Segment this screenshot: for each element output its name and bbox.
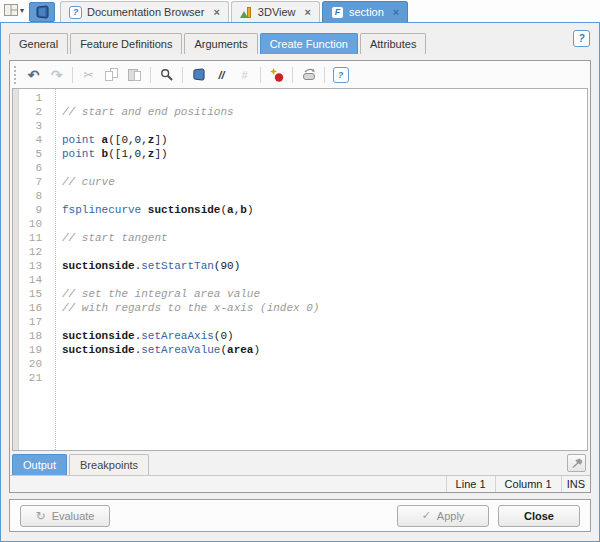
tab-attributes[interactable]: Attributes xyxy=(360,33,426,54)
line-code: // start and end positions xyxy=(49,105,234,119)
cut-button[interactable]: ✂ xyxy=(77,64,100,85)
copy-button[interactable] xyxy=(100,64,123,85)
toolbar-help-button[interactable]: ? xyxy=(329,64,352,85)
close-icon[interactable]: × xyxy=(305,7,311,18)
tab-create-function[interactable]: Create Function xyxy=(260,33,358,54)
code-line[interactable]: 10 xyxy=(13,217,587,231)
uncomment-button[interactable]: # xyxy=(233,64,256,85)
apply-button[interactable]: ✓ Apply xyxy=(397,505,489,527)
status-column: Column 1 xyxy=(495,476,561,492)
tab-general[interactable]: General xyxy=(9,33,68,54)
apply-label: Apply xyxy=(437,510,465,522)
line-code xyxy=(49,245,62,259)
code-segment: suctionside xyxy=(62,260,135,272)
toolbar-separator xyxy=(292,67,293,83)
code-line[interactable]: 11// start tangent xyxy=(13,231,587,245)
editor-toolbar: ↶ ↷ ✂ // # xyxy=(10,61,590,88)
paste-button[interactable] xyxy=(123,64,146,85)
window-tab-3dview[interactable]: 3DView× xyxy=(231,1,320,22)
line-number: 1 xyxy=(13,91,49,105)
pin-button[interactable] xyxy=(567,454,586,472)
redo-button[interactable]: ↷ xyxy=(45,64,68,85)
code-line[interactable]: 2// start and end positions xyxy=(13,105,587,119)
code-segment: setStartTan xyxy=(141,260,214,272)
dialog-tabs: GeneralFeature DefinitionsArgumentsCreat… xyxy=(9,33,428,54)
output-tabs: OutputBreakpoints xyxy=(12,454,151,475)
code-editor[interactable]: 12// start and end positions34point a([0… xyxy=(12,88,588,451)
code-lines: 12// start and end positions34point a([0… xyxy=(13,91,587,385)
help-icon: ? xyxy=(333,67,349,83)
dialog-tab-bar: GeneralFeature DefinitionsArgumentsCreat… xyxy=(1,23,599,54)
code-line[interactable]: 5point b([1,0,z]) xyxy=(13,147,587,161)
help-badge-icon: ? xyxy=(69,6,82,19)
line-number: 16 xyxy=(13,301,49,315)
line-number: 17 xyxy=(13,315,49,329)
code-line[interactable]: 3 xyxy=(13,119,587,133)
close-icon[interactable]: × xyxy=(393,7,399,18)
close-icon[interactable]: × xyxy=(213,7,219,18)
prism-view-button[interactable] xyxy=(187,64,210,85)
window-tab-documentation-browser[interactable]: ?Documentation Browser× xyxy=(60,1,229,22)
window-tab-section[interactable]: Fsection× xyxy=(322,1,408,22)
line-number: 21 xyxy=(13,371,49,385)
code-line[interactable]: 13suctionside.setStartTan(90) xyxy=(13,259,587,273)
add-breakpoint-button[interactable] xyxy=(265,64,288,85)
line-code: // with regards to the x-axis (index 0) xyxy=(49,301,319,315)
tab-feature-definitions[interactable]: Feature Definitions xyxy=(70,33,182,54)
code-segment: ([1,0, xyxy=(108,148,148,160)
line-code: point b([1,0,z]) xyxy=(49,147,168,161)
undo-icon: ↶ xyxy=(28,67,40,83)
code-segment: suctionside xyxy=(62,330,135,342)
code-segment: ]) xyxy=(154,148,167,160)
layout-menu-button[interactable]: ▾ xyxy=(4,0,27,22)
tab-output[interactable]: Output xyxy=(12,454,67,475)
tab-breakpoints[interactable]: Breakpoints xyxy=(69,454,149,475)
code-segment: suctionside xyxy=(62,344,135,356)
code-line[interactable]: 15// set the integral area value xyxy=(13,287,587,301)
code-line[interactable]: 12 xyxy=(13,245,587,259)
code-line[interactable]: 20 xyxy=(13,357,587,371)
code-segment: b xyxy=(240,204,247,216)
line-code xyxy=(49,189,62,203)
line-code xyxy=(49,91,62,105)
code-line[interactable]: 17 xyxy=(13,315,587,329)
line-code: // curve xyxy=(49,175,115,189)
help-button[interactable]: ? xyxy=(573,30,590,47)
code-line[interactable]: 8 xyxy=(13,189,587,203)
delete-breakpoints-button[interactable] xyxy=(297,64,320,85)
code-line[interactable]: 14 xyxy=(13,273,587,287)
comment-button[interactable]: // xyxy=(210,64,233,85)
code-line[interactable]: 1 xyxy=(13,91,587,105)
tab-arguments[interactable]: Arguments xyxy=(184,33,257,54)
status-line: Line 1 xyxy=(446,476,495,492)
prism-view-button[interactable] xyxy=(29,2,55,22)
toolbar-drag-handle[interactable] xyxy=(14,66,18,84)
code-line[interactable]: 4point a([0,0,z]) xyxy=(13,133,587,147)
search-icon xyxy=(160,68,174,82)
line-code: suctionside.setAreaAxis(0) xyxy=(49,329,234,343)
code-segment: a xyxy=(227,204,234,216)
line-number: 8 xyxy=(13,189,49,203)
code-segment: point xyxy=(62,148,102,160)
code-line[interactable]: 9fsplinecurve suctionside(a,b) xyxy=(13,203,587,217)
line-code: // start tangent xyxy=(49,231,168,245)
code-segment: suctionside xyxy=(148,204,221,216)
undo-button[interactable]: ↶ xyxy=(22,64,45,85)
code-line[interactable]: 16// with regards to the x-axis (index 0… xyxy=(13,301,587,315)
line-code: point a([0,0,z]) xyxy=(49,133,168,147)
axes-chart-icon xyxy=(240,6,253,19)
code-line[interactable]: 19suctionside.setAreaValue(area) xyxy=(13,343,587,357)
code-line[interactable]: 7// curve xyxy=(13,175,587,189)
evaluate-button[interactable]: ↻ Evaluate xyxy=(20,505,110,527)
cut-icon: ✂ xyxy=(83,68,93,82)
code-line[interactable]: 6 xyxy=(13,161,587,175)
line-code: suctionside.setAreaValue(area) xyxy=(49,343,260,357)
code-line[interactable]: 21 xyxy=(13,371,587,385)
search-button[interactable] xyxy=(155,64,178,85)
check-icon: ✓ xyxy=(422,509,431,522)
line-number: 18 xyxy=(13,329,49,343)
line-code: suctionside.setStartTan(90) xyxy=(49,259,240,273)
close-button[interactable]: Close xyxy=(498,505,580,527)
code-line[interactable]: 18suctionside.setAreaAxis(0) xyxy=(13,329,587,343)
status-bar: Line 1 Column 1 INS xyxy=(10,475,590,492)
